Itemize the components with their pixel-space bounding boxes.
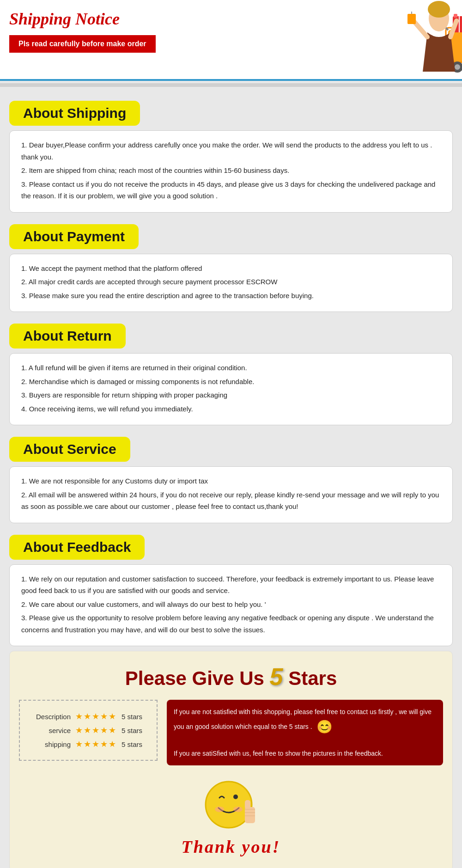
item-number: 3. <box>21 292 29 300</box>
about-shipping-section: About Shipping 1. Dear buyer,Please conf… <box>9 94 453 213</box>
five-stars-section: Please Give Us 5 Stars Description ★★★★★… <box>9 651 453 868</box>
feedback-list: 1. We rely on our reputation and custome… <box>21 573 441 636</box>
payment-list: 1. We accept the payment method that the… <box>21 263 441 302</box>
list-item: 4. Once receiving items, we will refund … <box>21 403 441 415</box>
five-stars-title: Please Give Us 5 Stars <box>19 663 443 691</box>
service-stars: ★★★★★ <box>75 725 117 735</box>
list-item: 1. We accept the payment method that the… <box>21 263 441 275</box>
wink-thumbsup-icon <box>201 775 261 835</box>
about-service-heading: About Service <box>9 437 130 462</box>
list-item: 3. Please make sure you read the entire … <box>21 290 441 302</box>
list-item: 1. We rely on our reputation and custome… <box>21 573 441 597</box>
item-number: 4. <box>21 405 29 413</box>
item-number: 2. <box>21 166 29 174</box>
item-number: 1. <box>21 141 29 149</box>
about-feedback-content: 1. We rely on our reputation and custome… <box>9 564 453 647</box>
about-return-content: 1. A full refund will be given if items … <box>9 353 453 425</box>
stars-info-text-1: If you are not satisfied with this shopp… <box>174 707 436 738</box>
thankyou-area: Thank you! <box>19 775 443 857</box>
list-item: 3. Please contact us if you do not recei… <box>21 178 441 202</box>
shipping-list: 1. Dear buyer,Please confirm your addres… <box>21 139 441 202</box>
about-return-section: About Return 1. A full refund will be gi… <box>9 317 453 425</box>
stars-row-description: Description ★★★★★ 5 stars <box>29 711 147 721</box>
item-number: 1. <box>21 264 29 272</box>
service-label: service <box>29 727 71 734</box>
svg-rect-19 <box>407 14 416 24</box>
item-number: 1. <box>21 575 29 583</box>
return-list: 1. A full refund will be given if items … <box>21 362 441 415</box>
list-item: 1. We are not responsible for any Custom… <box>21 475 441 487</box>
about-service-content: 1. We are not responsible for any Custom… <box>9 466 453 523</box>
shipping-stars: ★★★★★ <box>75 739 117 749</box>
item-number: 2. <box>21 491 29 499</box>
about-feedback-heading: About Feedback <box>9 535 145 560</box>
item-number: 1. <box>21 364 29 372</box>
list-item: 2. Item are shipped from china; reach mo… <box>21 165 441 177</box>
stars-table: Description ★★★★★ 5 stars service ★★★★★ … <box>19 700 158 761</box>
item-number: 3. <box>21 391 29 399</box>
list-item: 1. Dear buyer,Please confirm your addres… <box>21 139 441 163</box>
about-payment-section: About Payment 1. We accept the payment m… <box>9 217 453 312</box>
item-number: 3. <box>21 614 29 622</box>
header-left: Shipping Notice Pls read carefully befor… <box>9 9 156 53</box>
thankyou-text: Thank you! <box>19 837 443 857</box>
item-number: 2. <box>21 278 29 286</box>
header: Shipping Notice Pls read carefully befor… <box>0 0 462 81</box>
header-subtitle: Pls read carefully before make order <box>9 35 156 53</box>
item-number: 1. <box>21 477 29 485</box>
svg-point-24 <box>233 807 243 812</box>
header-divider <box>0 83 462 87</box>
svg-point-23 <box>215 807 224 812</box>
service-list: 1. We are not responsible for any Custom… <box>21 475 441 513</box>
svg-rect-26 <box>245 800 250 809</box>
stars-info-box: If you are not satisfied with this shopp… <box>167 700 443 765</box>
description-label: Description <box>29 713 71 721</box>
list-item: 3. Buyers are responsible for return shi… <box>21 389 441 401</box>
description-count: 5 stars <box>122 713 142 721</box>
person-icon <box>407 0 462 81</box>
about-shipping-content: 1. Dear buyer,Please confirm your addres… <box>9 130 453 213</box>
shipping-label: shipping <box>29 740 71 748</box>
list-item: 2. Merchandise which is damaged or missi… <box>21 376 441 388</box>
page-title: Shipping Notice <box>9 9 156 29</box>
about-return-heading: About Return <box>9 324 126 348</box>
item-number: 2. <box>21 600 29 608</box>
svg-point-22 <box>233 795 238 799</box>
about-service-section: About Service 1. We are not responsible … <box>9 430 453 523</box>
stars-grid: Description ★★★★★ 5 stars service ★★★★★ … <box>19 700 443 765</box>
about-shipping-heading: About Shipping <box>9 101 140 126</box>
description-stars: ★★★★★ <box>75 711 117 721</box>
svg-point-16 <box>428 1 450 18</box>
shipping-count: 5 stars <box>122 740 142 748</box>
about-feedback-section: About Feedback 1. We rely on our reputat… <box>9 528 453 647</box>
list-item: 2. We care about our value customers, an… <box>21 599 441 611</box>
list-item: 1. A full refund will be given if items … <box>21 362 441 374</box>
main-content: About Shipping 1. Dear buyer,Please conf… <box>0 89 462 868</box>
svg-line-18 <box>450 21 456 37</box>
item-number: 3. <box>21 180 29 188</box>
item-number: 2. <box>21 378 29 385</box>
list-item: 2. All email will be answered within 24 … <box>21 489 441 513</box>
header-image-area: SALE HAPPY SHOPPING <box>268 0 462 81</box>
service-count: 5 stars <box>122 727 142 734</box>
about-payment-heading: About Payment <box>9 224 139 249</box>
about-payment-content: 1. We accept the payment method that the… <box>9 254 453 312</box>
stars-info-text-2: If you are satiSfied with us, feel free … <box>174 748 436 758</box>
list-item: 3. Please give us the opportunity to res… <box>21 612 441 636</box>
list-item: 2. All major credit cards are accepted t… <box>21 276 441 288</box>
stars-row-shipping: shipping ★★★★★ 5 stars <box>29 739 147 749</box>
smiley-icon: 😊 <box>316 717 333 738</box>
stars-row-service: service ★★★★★ 5 stars <box>29 725 147 735</box>
